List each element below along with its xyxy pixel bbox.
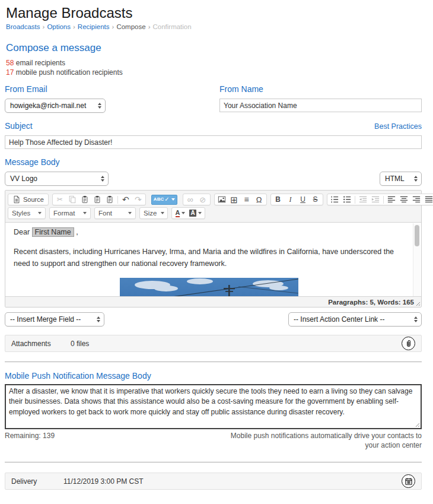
insert-action-center-link-select[interactable]: -- Insert Action Center Link -- xyxy=(288,312,422,327)
delivery-bar: Delivery 11/12/2019 3:00 PM CST xyxy=(5,473,422,490)
template-selected-value: VV Logo xyxy=(10,175,37,183)
body-paragraph: Recent disasters, including Hurricanes H… xyxy=(14,246,405,270)
section-divider xyxy=(5,362,422,362)
ordered-list-icon[interactable] xyxy=(329,195,340,204)
insert-merge-field-select[interactable]: -- Insert Merge Field -- xyxy=(5,312,104,327)
chevron-down-icon xyxy=(171,198,175,201)
subject-input[interactable] xyxy=(5,135,422,149)
select-stepper-icon xyxy=(97,316,100,323)
insert-image-icon[interactable] xyxy=(216,195,228,204)
bullet-list-icon[interactable] xyxy=(341,195,353,204)
italic-icon[interactable]: I xyxy=(285,195,297,204)
unlink-icon[interactable]: ⊘ xyxy=(197,195,209,204)
align-left-icon[interactable] xyxy=(386,195,397,204)
spellcheck-abc-icon: ABC xyxy=(154,197,164,202)
editor-content-area[interactable]: Dear First Name , Recent disasters, incl… xyxy=(5,223,421,296)
breadcrumb-broadcasts[interactable]: Broadcasts xyxy=(6,23,40,30)
resize-grip-icon[interactable] xyxy=(415,300,420,306)
chevron-down-icon xyxy=(128,212,132,214)
breadcrumb-separator: › xyxy=(43,23,45,30)
push-recipients-count-line: 17 mobile push notification recipients xyxy=(6,68,422,77)
horizontal-rule-icon[interactable]: ≡ xyxy=(241,195,253,204)
section-divider xyxy=(5,462,422,462)
align-right-icon[interactable] xyxy=(410,195,422,204)
breadcrumb-recipients[interactable]: Recipients xyxy=(78,23,110,30)
format-dropdown[interactable]: Format xyxy=(49,207,91,219)
salutation-punct: , xyxy=(76,228,78,236)
align-center-icon[interactable] xyxy=(398,195,410,204)
source-button[interactable]: Source xyxy=(9,195,47,204)
outdent-icon[interactable] xyxy=(357,195,369,204)
paste-word-icon[interactable] xyxy=(104,195,116,204)
copy-icon[interactable] xyxy=(66,195,78,204)
compose-heading: Compose a message xyxy=(6,42,422,54)
push-message-textarea[interactable]: After a disaster, we know that it is imp… xyxy=(5,384,422,429)
undo-icon[interactable]: ↶ xyxy=(120,195,132,204)
breadcrumb-separator: › xyxy=(73,23,75,30)
message-body-label: Message Body xyxy=(5,157,422,167)
source-page-icon xyxy=(12,195,21,204)
toolbar-separator xyxy=(117,196,118,204)
editor-toolbar: Source ✂ ↶ ↷ ABC✓ xyxy=(5,191,421,223)
spellcheck-button[interactable]: ABC✓ xyxy=(151,195,177,205)
editor-scrollbar[interactable] xyxy=(413,223,421,296)
paste-text-icon[interactable] xyxy=(91,195,103,204)
breadcrumb: Broadcasts›Options›Recipients›Compose›Co… xyxy=(6,23,422,30)
action-center-selected-value: -- Insert Action Center Link -- xyxy=(294,315,384,324)
salutation-text: Dear xyxy=(14,228,30,236)
bg-color-button[interactable]: A xyxy=(189,208,202,218)
special-char-icon[interactable]: Ω xyxy=(253,195,265,204)
chevron-down-icon xyxy=(198,212,202,214)
subject-label: Subject xyxy=(5,121,33,131)
indent-icon[interactable] xyxy=(370,195,381,204)
font-dropdown[interactable]: Font xyxy=(94,207,136,219)
bold-icon[interactable]: B xyxy=(272,195,284,204)
bg-color-icon: A xyxy=(189,210,196,217)
push-remaining-count: Remaining: 139 xyxy=(5,432,55,450)
breadcrumb-options[interactable]: Options xyxy=(47,23,71,30)
toolbar-separator xyxy=(383,196,384,204)
page-title: Manage Broadcasts xyxy=(6,5,422,21)
calendar-icon xyxy=(405,477,413,486)
breadcrumb-compose-current: Compose xyxy=(116,23,145,30)
strikethrough-icon[interactable]: S xyxy=(310,195,321,204)
align-justify-icon[interactable] xyxy=(423,195,433,204)
paste-icon[interactable] xyxy=(79,195,91,204)
spellcheck-check-icon: ✓ xyxy=(164,196,169,202)
chevron-down-icon xyxy=(161,212,164,214)
editor-scrollbar-thumb[interactable] xyxy=(415,225,419,246)
format-dropdown-label: Format xyxy=(53,210,75,217)
merge-field-token[interactable]: First Name xyxy=(32,227,74,237)
template-select[interactable]: VV Logo xyxy=(5,172,109,186)
from-email-label: From Email xyxy=(5,84,219,94)
from-email-selected-value: howigeka@rich-mail.net xyxy=(10,102,86,110)
email-recipient-label: email recipients xyxy=(16,59,65,67)
size-dropdown[interactable]: Size xyxy=(139,207,168,219)
insert-table-icon[interactable]: ⊞ xyxy=(228,195,240,204)
select-stepper-icon xyxy=(414,316,418,323)
paperclip-icon xyxy=(405,340,413,348)
underline-icon[interactable]: U xyxy=(297,195,309,204)
editor-mode-select[interactable]: HTML xyxy=(380,172,422,186)
redo-icon[interactable]: ↷ xyxy=(132,195,144,204)
cut-icon[interactable]: ✂ xyxy=(54,195,66,204)
best-practices-link[interactable]: Best Practices xyxy=(374,122,422,131)
select-stepper-icon xyxy=(101,176,104,182)
styles-dropdown[interactable]: Styles xyxy=(8,207,46,219)
from-name-input[interactable] xyxy=(219,99,422,112)
breadcrumb-confirmation: Confirmation xyxy=(152,23,191,30)
delivery-label: Delivery xyxy=(11,477,63,486)
attach-file-button[interactable] xyxy=(402,337,415,350)
text-color-button[interactable]: A xyxy=(174,208,186,218)
styles-dropdown-label: Styles xyxy=(12,210,30,217)
from-email-select[interactable]: howigeka@rich-mail.net xyxy=(5,99,106,113)
salutation-line: Dear First Name , xyxy=(14,227,405,238)
manage-broadcasts-page: Manage Broadcasts Broadcasts›Options›Rec… xyxy=(0,0,433,504)
push-body-label: Mobile Push Notification Message Body xyxy=(5,371,422,381)
breadcrumb-separator: › xyxy=(148,23,151,30)
editor-status-bar: Paragraphs: 5, Words: 165 xyxy=(5,296,421,307)
recipient-counts: 58 email recipients 17 mobile push notif… xyxy=(6,58,422,77)
delivery-schedule-button[interactable] xyxy=(402,474,415,488)
toolbar-separator xyxy=(355,196,355,204)
link-icon[interactable]: ∞ xyxy=(184,195,196,204)
